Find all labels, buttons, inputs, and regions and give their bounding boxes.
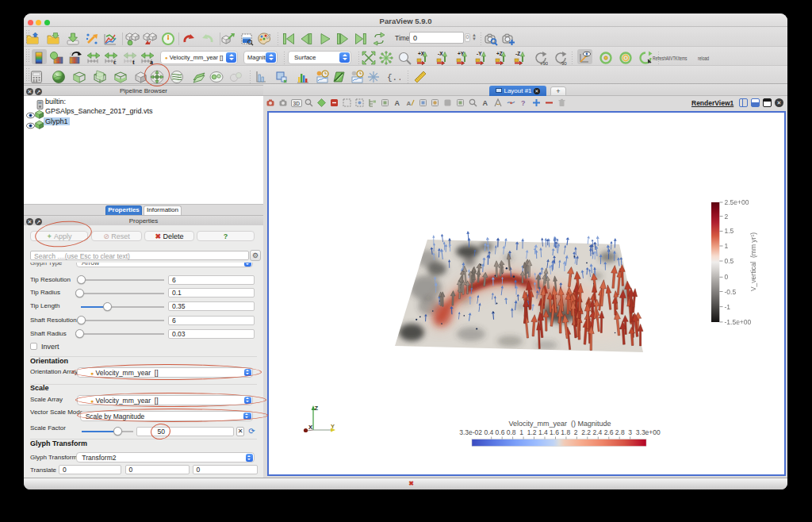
svg-text:A: A — [394, 99, 400, 107]
svg-text:3.3e-02 0.4 0.6 0.8 1 1.2 1.: 3.3e-02 0.4 0.6 0.8 1 1.2 1.4 1.6 1.8 2 … — [459, 428, 661, 436]
svg-text:Z: Z — [315, 405, 319, 412]
svg-text:-Z: -Z — [515, 51, 520, 56]
svg-text:-1: -1 — [725, 303, 731, 311]
svg-text:X: X — [308, 424, 312, 431]
svg-text:+90: +90 — [540, 60, 548, 65]
svg-text:-1.5e+00: -1.5e+00 — [725, 318, 752, 326]
svg-text:?: ? — [521, 99, 526, 107]
svg-text:c: c — [113, 59, 117, 65]
svg-text:0: 0 — [725, 273, 729, 281]
svg-text:0.5: 0.5 — [725, 257, 734, 265]
svg-text:+Z: +Z — [496, 51, 503, 56]
svg-text:t: t — [132, 59, 135, 65]
svg-text:-0.5: -0.5 — [725, 288, 737, 296]
svg-text:A: A — [483, 99, 488, 107]
svg-text:Y: Y — [331, 423, 335, 430]
svg-text:V_vertical (mm yr¹): V_vertical (mm yr¹) — [749, 232, 757, 291]
svg-text:2: 2 — [725, 213, 729, 221]
svg-text:1: 1 — [725, 242, 729, 250]
svg-text:{...}: {...} — [387, 73, 400, 83]
svg-text:1.5: 1.5 — [725, 227, 734, 235]
svg-text:2.5e+00: 2.5e+00 — [725, 198, 749, 206]
svg-text:A: A — [406, 100, 411, 107]
svg-text:-Y: -Y — [477, 51, 482, 56]
svg-text:Velocity_mm_year () Magnitude: Velocity_mm_year () Magnitude — [508, 420, 611, 428]
svg-text:-90: -90 — [560, 60, 567, 65]
svg-text:-X: -X — [438, 51, 443, 56]
